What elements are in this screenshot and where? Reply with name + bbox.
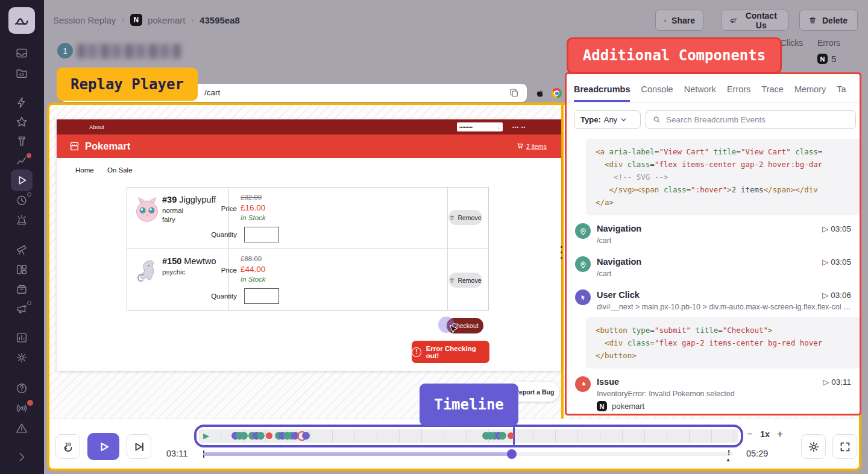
user-click-cursor-icon (575, 289, 591, 305)
flash-icon[interactable] (15, 134, 28, 148)
annotation-additional-components: Additional Components (567, 37, 782, 74)
skip-to-end-button[interactable] (127, 434, 151, 459)
history-badge (27, 192, 31, 197)
remove-button: Remove (448, 210, 482, 225)
pokemon-image-jigglypuff (133, 196, 161, 224)
scrubber[interactable]: ! ▲ (203, 452, 733, 456)
site-menu-dots: ••• •• (512, 124, 526, 130)
speed-value[interactable]: 1x (760, 429, 770, 439)
error-exclamation-icon: ! (412, 347, 421, 357)
inbox-icon[interactable] (15, 46, 28, 60)
inspector-tabs: Breadcrumbs Console Network Errors Trace… (567, 74, 860, 103)
tab-trace[interactable]: Trace (761, 84, 784, 102)
warning-icon[interactable] (15, 422, 28, 435)
rewind-10-button[interactable]: 10 (55, 434, 80, 459)
tab-errors[interactable]: Errors (727, 84, 750, 102)
event-row-navigation-2[interactable]: Navigation /cart ▷03:05 (575, 256, 855, 285)
delete-button[interactable]: Delete (799, 10, 858, 31)
play-button[interactable] (87, 433, 119, 460)
scrubber-fill (203, 452, 512, 456)
share-button[interactable]: Share (655, 10, 703, 31)
scrubber-end-arrow: ▲ (726, 457, 731, 463)
event-jump-time[interactable]: ▷03:11 (823, 378, 851, 387)
posthog-logo[interactable] (8, 7, 35, 34)
help-icon[interactable] (15, 382, 28, 395)
annotation-timeline: Timeline (420, 384, 518, 426)
replay-viewport[interactable]: About •••••••••⌄ ••• •• Pokemart 2 items… (57, 119, 561, 371)
tab-memory[interactable]: Memory (794, 84, 826, 102)
tab-console[interactable]: Console (641, 84, 673, 102)
player-settings-button[interactable] (801, 434, 826, 459)
expand-sidebar-icon[interactable] (15, 450, 28, 464)
history-icon[interactable] (15, 194, 28, 207)
site-cart-link: 2 items (526, 143, 547, 150)
cart-icon (516, 142, 524, 150)
event-row-user-click[interactable]: User Click div#__next > main.px-10.pb-10… (575, 289, 855, 318)
bolt-icon[interactable] (15, 96, 28, 109)
siren-icon[interactable] (15, 213, 28, 227)
timeline-marker-start[interactable]: ▶ (203, 432, 212, 440)
speed-decrease-button[interactable]: − (747, 429, 752, 440)
site-header: Pokemart 2 items (57, 134, 561, 158)
scrubber-handle[interactable] (507, 449, 517, 459)
timeline-marker-g[interactable] (257, 432, 265, 440)
quantity-input (244, 288, 279, 304)
tab-breadcrumbs[interactable]: Breadcrumbs (574, 84, 630, 102)
breadcrumb-project[interactable]: pokemart (148, 15, 186, 25)
star-icon[interactable] (15, 115, 28, 128)
chrome-browser-icon (552, 88, 562, 98)
reports-icon[interactable] (15, 331, 28, 344)
fullscreen-icon (838, 440, 852, 453)
app-sidebar (0, 0, 44, 474)
annotation-replay-player: Replay Player (57, 68, 198, 101)
event-row-issue[interactable]: Issue InventoryError: Invalid Pokemon se… (575, 376, 855, 414)
event-jump-time[interactable]: ▷03:05 (822, 258, 851, 267)
site-brand-name: Pokemart (85, 141, 130, 152)
scrubber-end-marker: ! (728, 448, 730, 457)
navigation-pin-icon (575, 256, 591, 272)
experiments-icon[interactable] (15, 242, 28, 256)
breadcrumb-root[interactable]: Session Replay (53, 15, 116, 25)
timeline-marker-r[interactable] (508, 432, 514, 439)
settings-gear-icon[interactable] (15, 351, 28, 364)
speed-increase-button[interactable]: + (777, 428, 783, 440)
tab-network[interactable]: Network (684, 84, 716, 102)
site-dropdown: •••••••••⌄ (457, 122, 503, 131)
project-logo-badge: N (597, 401, 607, 411)
store-icon (68, 140, 81, 153)
breadcrumb-separator: › (121, 14, 125, 26)
code-folder-icon[interactable] (15, 66, 28, 80)
status-icon[interactable] (15, 402, 28, 415)
type-filter-dropdown[interactable]: Type:Any (574, 110, 641, 129)
search-box (646, 110, 856, 129)
contact-us-button[interactable]: Contact Us (721, 10, 788, 31)
error-badge-icon: N (817, 54, 828, 64)
timeline-marker-r[interactable] (266, 432, 272, 439)
breadcrumb-separator: › (190, 14, 194, 26)
play-from-icon: ▷ (822, 258, 828, 267)
replay-url: /cart (204, 88, 220, 97)
timeline-marker-g[interactable] (240, 432, 248, 440)
site-topbar: About •••••••••⌄ ••• •• (57, 119, 561, 134)
copy-url-icon[interactable] (509, 87, 520, 98)
clicks-label: Clicks (781, 38, 803, 48)
event-row-navigation-1[interactable]: Navigation /cart ▷03:05 (575, 223, 855, 252)
tab-truncated[interactable]: Ta (837, 84, 846, 102)
timeline-track[interactable]: ▶ (199, 429, 738, 443)
event-jump-time[interactable]: ▷03:05 (822, 224, 851, 233)
trash-icon (808, 16, 817, 25)
timeline-marker-p[interactable] (302, 432, 310, 440)
timeline-marker-g[interactable] (498, 432, 506, 440)
session-replay-icon[interactable] (11, 169, 33, 191)
errors-label: Errors (817, 38, 840, 48)
panel-resize-handle[interactable] (561, 246, 562, 259)
share-icon (664, 16, 667, 25)
dashboards-icon[interactable] (15, 263, 28, 276)
announcements-icon[interactable] (15, 302, 28, 315)
search-input[interactable] (666, 115, 849, 124)
cart-row-mewtwo: #150 Mewtwo psychic Price £88.00 £44.00 … (127, 249, 488, 311)
issue-project-badge: N pokemart (597, 401, 644, 411)
event-jump-time[interactable]: ▷03:06 (822, 291, 851, 300)
box-icon[interactable] (15, 282, 28, 295)
fullscreen-button[interactable] (832, 434, 857, 459)
